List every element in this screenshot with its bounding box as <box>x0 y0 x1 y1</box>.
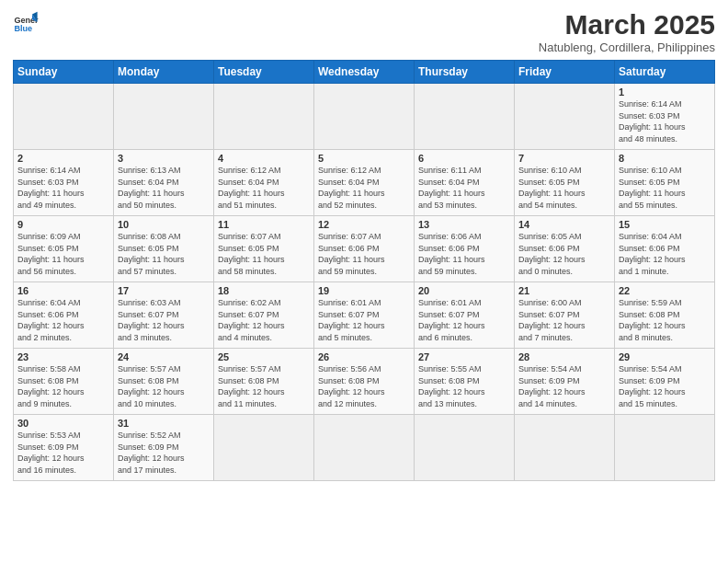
calendar-week-2: 2Sunrise: 6:14 AM Sunset: 6:03 PM Daylig… <box>14 150 715 216</box>
day-number: 15 <box>619 219 711 230</box>
table-row: 22Sunrise: 5:59 AM Sunset: 6:08 PM Dayli… <box>615 282 715 349</box>
table-row: 13Sunrise: 6:06 AM Sunset: 6:06 PM Dayli… <box>415 216 515 282</box>
table-row: 14Sunrise: 6:05 AM Sunset: 6:06 PM Dayli… <box>515 216 615 282</box>
table-row: 15Sunrise: 6:04 AM Sunset: 6:06 PM Dayli… <box>615 216 715 282</box>
table-row: 16Sunrise: 6:04 AM Sunset: 6:06 PM Dayli… <box>14 282 114 349</box>
table-row <box>615 415 715 481</box>
day-info: Sunrise: 6:01 AM Sunset: 6:07 PM Dayligh… <box>418 297 510 343</box>
table-row: 19Sunrise: 6:01 AM Sunset: 6:07 PM Dayli… <box>314 282 415 349</box>
month-title: March 2025 <box>539 9 715 40</box>
table-row: 8Sunrise: 6:10 AM Sunset: 6:05 PM Daylig… <box>615 150 715 216</box>
day-number: 26 <box>318 351 410 362</box>
table-row <box>314 415 415 481</box>
day-info: Sunrise: 6:11 AM Sunset: 6:04 PM Dayligh… <box>418 165 510 211</box>
day-number: 31 <box>118 418 210 429</box>
day-number: 16 <box>17 285 109 296</box>
day-info: Sunrise: 6:00 AM Sunset: 6:07 PM Dayligh… <box>518 297 610 343</box>
day-info: Sunrise: 6:12 AM Sunset: 6:04 PM Dayligh… <box>318 165 410 211</box>
day-number: 28 <box>518 351 610 362</box>
day-number: 24 <box>118 351 210 362</box>
day-info: Sunrise: 6:09 AM Sunset: 6:05 PM Dayligh… <box>17 231 109 277</box>
calendar-week-1: 1Sunrise: 6:14 AM Sunset: 6:03 PM Daylig… <box>14 84 715 150</box>
day-number: 29 <box>619 351 711 362</box>
table-row: 11Sunrise: 6:07 AM Sunset: 6:05 PM Dayli… <box>214 216 314 282</box>
calendar-week-3: 9Sunrise: 6:09 AM Sunset: 6:05 PM Daylig… <box>14 216 715 282</box>
table-row: 18Sunrise: 6:02 AM Sunset: 6:07 PM Dayli… <box>214 282 314 349</box>
table-row: 20Sunrise: 6:01 AM Sunset: 6:07 PM Dayli… <box>415 282 515 349</box>
table-row: 9Sunrise: 6:09 AM Sunset: 6:05 PM Daylig… <box>14 216 114 282</box>
day-number: 21 <box>518 285 610 296</box>
day-info: Sunrise: 6:03 AM Sunset: 6:07 PM Dayligh… <box>118 297 210 343</box>
table-row: 1Sunrise: 6:14 AM Sunset: 6:03 PM Daylig… <box>615 84 715 150</box>
table-row: 12Sunrise: 6:07 AM Sunset: 6:06 PM Dayli… <box>314 216 415 282</box>
col-friday: Friday <box>515 61 615 84</box>
table-row <box>214 84 314 150</box>
day-number: 30 <box>17 418 109 429</box>
table-row: 29Sunrise: 5:54 AM Sunset: 6:09 PM Dayli… <box>615 349 715 415</box>
table-row <box>515 415 615 481</box>
table-row: 26Sunrise: 5:56 AM Sunset: 6:08 PM Dayli… <box>314 349 415 415</box>
svg-text:Blue: Blue <box>14 24 32 33</box>
day-info: Sunrise: 5:57 AM Sunset: 6:08 PM Dayligh… <box>118 363 210 409</box>
table-row: 23Sunrise: 5:58 AM Sunset: 6:08 PM Dayli… <box>14 349 114 415</box>
day-info: Sunrise: 6:13 AM Sunset: 6:04 PM Dayligh… <box>118 165 210 211</box>
day-info: Sunrise: 6:14 AM Sunset: 6:03 PM Dayligh… <box>17 165 109 211</box>
day-number: 2 <box>17 153 109 164</box>
day-info: Sunrise: 6:12 AM Sunset: 6:04 PM Dayligh… <box>218 165 310 211</box>
day-number: 8 <box>619 153 711 164</box>
day-number: 9 <box>17 219 109 230</box>
day-info: Sunrise: 6:07 AM Sunset: 6:05 PM Dayligh… <box>218 231 310 277</box>
table-row <box>415 84 515 150</box>
table-row: 31Sunrise: 5:52 AM Sunset: 6:09 PM Dayli… <box>114 415 214 481</box>
day-info: Sunrise: 5:56 AM Sunset: 6:08 PM Dayligh… <box>318 363 410 409</box>
table-row <box>314 84 415 150</box>
table-row: 5Sunrise: 6:12 AM Sunset: 6:04 PM Daylig… <box>314 150 415 216</box>
col-thursday: Thursday <box>415 61 515 84</box>
day-info: Sunrise: 6:10 AM Sunset: 6:05 PM Dayligh… <box>619 165 711 211</box>
day-info: Sunrise: 6:08 AM Sunset: 6:05 PM Dayligh… <box>118 231 210 277</box>
day-number: 11 <box>218 219 310 230</box>
table-row <box>415 415 515 481</box>
title-block: March 2025 Natubleng, Cordillera, Philip… <box>539 9 715 54</box>
col-sunday: Sunday <box>14 61 114 84</box>
day-number: 1 <box>619 86 711 98</box>
logo-icon: General Blue <box>13 9 39 35</box>
day-info: Sunrise: 6:07 AM Sunset: 6:06 PM Dayligh… <box>318 231 410 277</box>
day-info: Sunrise: 5:55 AM Sunset: 6:08 PM Dayligh… <box>418 363 510 409</box>
day-number: 3 <box>118 153 210 164</box>
table-row <box>214 415 314 481</box>
page-header: General Blue March 2025 Natubleng, Cordi… <box>13 9 715 54</box>
day-number: 4 <box>218 153 310 164</box>
day-number: 12 <box>318 219 410 230</box>
table-row <box>114 84 214 150</box>
day-info: Sunrise: 6:14 AM Sunset: 6:03 PM Dayligh… <box>619 98 711 144</box>
table-row: 21Sunrise: 6:00 AM Sunset: 6:07 PM Dayli… <box>515 282 615 349</box>
day-info: Sunrise: 6:04 AM Sunset: 6:06 PM Dayligh… <box>17 297 109 343</box>
day-info: Sunrise: 6:02 AM Sunset: 6:07 PM Dayligh… <box>218 297 310 343</box>
day-info: Sunrise: 6:10 AM Sunset: 6:05 PM Dayligh… <box>518 165 610 211</box>
day-info: Sunrise: 5:57 AM Sunset: 6:08 PM Dayligh… <box>218 363 310 409</box>
day-number: 10 <box>118 219 210 230</box>
day-number: 7 <box>518 153 610 164</box>
day-number: 27 <box>418 351 510 362</box>
calendar-week-6: 30Sunrise: 5:53 AM Sunset: 6:09 PM Dayli… <box>14 415 715 481</box>
table-row: 24Sunrise: 5:57 AM Sunset: 6:08 PM Dayli… <box>114 349 214 415</box>
day-number: 23 <box>17 351 109 362</box>
table-row: 28Sunrise: 5:54 AM Sunset: 6:09 PM Dayli… <box>515 349 615 415</box>
day-info: Sunrise: 5:59 AM Sunset: 6:08 PM Dayligh… <box>619 297 711 343</box>
day-number: 14 <box>518 219 610 230</box>
day-info: Sunrise: 6:06 AM Sunset: 6:06 PM Dayligh… <box>418 231 510 277</box>
day-number: 18 <box>218 285 310 296</box>
day-number: 6 <box>418 153 510 164</box>
day-number: 22 <box>619 285 711 296</box>
location-subtitle: Natubleng, Cordillera, Philippines <box>539 40 715 54</box>
col-tuesday: Tuesday <box>214 61 314 84</box>
table-row: 17Sunrise: 6:03 AM Sunset: 6:07 PM Dayli… <box>114 282 214 349</box>
day-info: Sunrise: 6:01 AM Sunset: 6:07 PM Dayligh… <box>318 297 410 343</box>
day-info: Sunrise: 5:52 AM Sunset: 6:09 PM Dayligh… <box>118 430 210 476</box>
day-number: 25 <box>218 351 310 362</box>
day-number: 17 <box>118 285 210 296</box>
day-info: Sunrise: 5:54 AM Sunset: 6:09 PM Dayligh… <box>619 363 711 409</box>
col-wednesday: Wednesday <box>314 61 415 84</box>
calendar-header-row: Sunday Monday Tuesday Wednesday Thursday… <box>14 61 715 84</box>
